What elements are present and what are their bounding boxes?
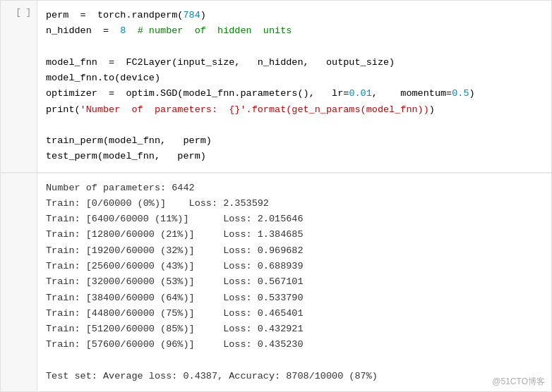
code-line-7: print('Number of parameters: {}'.format(… — [46, 104, 435, 115]
output-content: Number of parameters: 6442 Train: [0/600… — [37, 173, 551, 391]
code-line-4: model_fnn = FC2Layer(input_size, n_hidde… — [46, 57, 395, 68]
code-line-2: n_hidden = 8 # number of hidden units — [46, 25, 292, 36]
output-area: Number of parameters: 6442 Train: [0/600… — [1, 173, 551, 391]
cell-code[interactable]: perm = torch.randperm(784) n_hidden = 8 … — [37, 1, 551, 172]
code-line-5: model_fnn.to(device) — [46, 73, 160, 83]
output-label — [1, 173, 37, 391]
watermark: @51CTO博客 — [492, 376, 545, 388]
code-line-10: test_perm(model_fnn, perm) — [46, 151, 206, 161]
code-line-1: perm = torch.randperm(784) — [46, 10, 206, 20]
cell-input: [ ] perm = torch.randperm(784) n_hidden … — [1, 1, 551, 173]
cell-output: Number of parameters: 6442 Train: [0/600… — [1, 173, 551, 391]
code-line-9: train_perm(model_fnn, perm) — [46, 135, 212, 146]
cell-label: [ ] — [1, 1, 37, 172]
notebook-cell: [ ] perm = torch.randperm(784) n_hidden … — [0, 0, 552, 392]
code-line-6: optimizer = optim.SGD(model_fnn.paramete… — [46, 88, 475, 99]
